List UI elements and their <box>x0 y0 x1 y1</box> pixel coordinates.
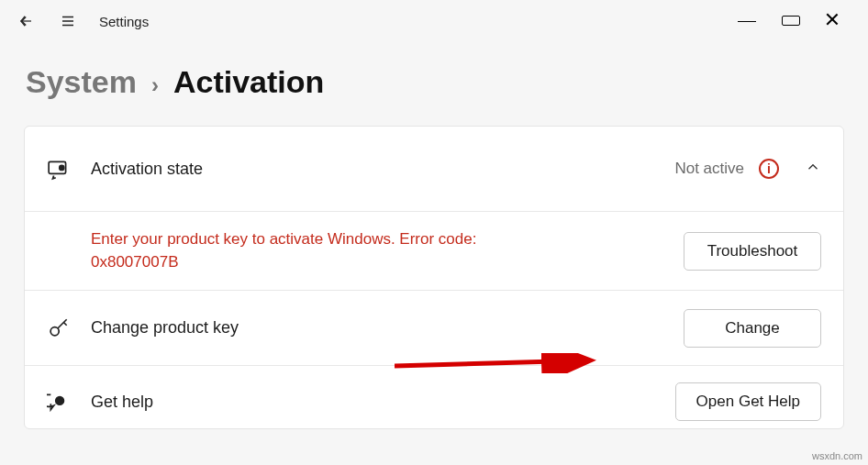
help-icon: ? <box>47 390 78 414</box>
key-icon <box>47 316 78 340</box>
activation-error-row: Enter your product key to activate Windo… <box>25 211 843 290</box>
close-icon <box>826 13 844 26</box>
close-button[interactable] <box>826 13 844 29</box>
minimize-button[interactable] <box>738 13 756 29</box>
svg-text:?: ? <box>58 398 61 404</box>
get-help-label: Get help <box>78 393 153 412</box>
activation-state-icon <box>47 157 78 181</box>
troubleshoot-button[interactable]: Troubleshoot <box>684 232 821 271</box>
back-button[interactable] <box>7 3 44 39</box>
chevron-up-icon <box>805 159 821 175</box>
activation-state-label: Activation state <box>78 160 203 179</box>
change-product-key-row: Change product key Change <box>25 290 843 365</box>
activation-error-message: Enter your product key to activate Windo… <box>47 228 506 273</box>
breadcrumb-parent[interactable]: System <box>26 64 137 100</box>
activation-panel: Activation state Not active i Enter your… <box>24 126 844 429</box>
hamburger-icon <box>60 13 76 29</box>
activation-status-value: Not active <box>674 160 744 178</box>
breadcrumb: System › Activation <box>0 42 868 126</box>
menu-button[interactable] <box>50 3 86 39</box>
title-bar: Settings <box>0 0 868 42</box>
maximize-icon <box>782 16 800 26</box>
error-info-icon: i <box>759 159 779 179</box>
app-title: Settings <box>99 14 149 29</box>
chevron-right-icon: › <box>151 72 159 98</box>
expand-toggle[interactable] <box>805 159 821 179</box>
svg-point-1 <box>60 165 64 170</box>
page-title: Activation <box>173 64 324 100</box>
change-product-key-label: Change product key <box>78 318 239 338</box>
maximize-button[interactable] <box>782 13 800 29</box>
watermark: wsxdn.com <box>812 450 862 461</box>
change-button[interactable]: Change <box>684 309 821 348</box>
svg-point-2 <box>50 327 59 335</box>
minimize-icon <box>738 11 756 22</box>
get-help-row: ? Get help Open Get Help <box>25 365 843 428</box>
open-get-help-button[interactable]: Open Get Help <box>675 382 821 421</box>
activation-state-row[interactable]: Activation state Not active i <box>25 127 843 211</box>
